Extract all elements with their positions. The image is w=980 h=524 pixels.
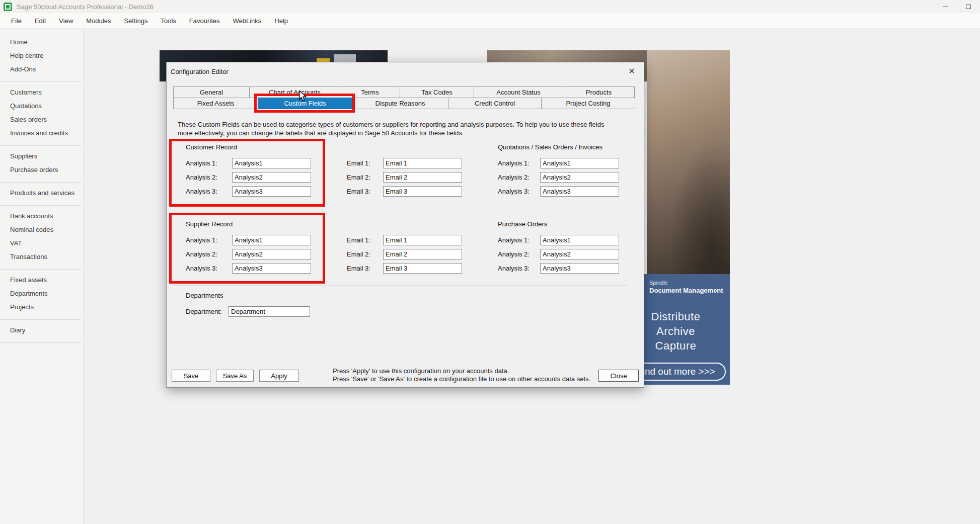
supplier-analysis-1-input[interactable] [232,235,311,245]
menu-help[interactable]: Help [268,13,294,28]
quotations-group: Quotations / Sales Orders / Invoices Ana… [498,143,619,200]
sidebar-group: Suppliers Purchase orders [0,146,81,183]
field-row: Email 3: [347,186,462,197]
tab-terms[interactable]: Terms [340,86,400,98]
tab-custom-fields[interactable]: Custom Fields [258,98,352,109]
minimize-button[interactable] [942,3,949,10]
sidebar-item-quotations[interactable]: Quotations [0,99,81,113]
tab-tax-codes[interactable]: Tax Codes [400,86,474,98]
purchase-analysis-2-input[interactable] [540,249,619,259]
tab-products[interactable]: Products [563,86,635,98]
tab-chart-of-accounts[interactable]: Chart of Accounts [249,86,340,98]
purchase-analysis-3-input[interactable] [540,263,619,274]
menu-settings[interactable]: Settings [117,13,154,28]
field-label: Analysis 2: [498,173,540,181]
apply-button[interactable]: Apply [259,370,299,382]
supplier-email-1-input[interactable] [383,235,462,245]
sidebar-item-departments[interactable]: Departments [0,287,81,300]
app-window: Sage 50cloud Accounts Professional - Dem… [0,0,980,524]
customer-analysis-1-input[interactable] [232,158,311,168]
sidebar-item-add-ons[interactable]: Add-Ons [0,62,81,76]
supplier-analysis-2-input[interactable] [232,249,311,259]
promo-photo [647,50,730,274]
sidebar-item-bank-accounts[interactable]: Bank accounts [0,209,81,223]
minimize-icon [943,7,948,7]
purchase-analysis-1-input[interactable] [540,235,619,245]
sidebar-item-sales-orders[interactable]: Sales orders [0,113,81,126]
tab-dispute-reasons[interactable]: Dispute Reasons [352,98,448,109]
field-label: Email 1: [347,236,383,244]
customer-email-3-input[interactable] [383,186,462,197]
customer-email-1-input[interactable] [383,158,462,168]
tab-general[interactable]: General [173,86,250,98]
sidebar-item-suppliers[interactable]: Suppliers [0,149,81,163]
sidebar-item-customers[interactable]: Customers [0,85,81,99]
sidebar-item-home[interactable]: Home [0,35,81,49]
field-row: Email 1: [347,158,462,168]
sidebar-item-vat[interactable]: VAT [0,236,81,250]
tab-fixed-assets[interactable]: Fixed Assets [173,98,258,109]
menu-edit[interactable]: Edit [28,13,52,28]
footer-line-2: Press 'Save' or 'Save As' to create a co… [333,375,594,383]
menu-modules[interactable]: Modules [80,13,117,28]
menu-file[interactable]: File [5,13,28,28]
sidebar-group: Diary [0,320,81,343]
customer-record-group: Customer Record Analysis 1: Analysis 2: … [186,143,311,200]
supplier-email-3-input[interactable] [383,263,462,274]
field-row: Email 2: [347,249,462,259]
supplier-email-2-input[interactable] [383,249,462,259]
departments-group: Departments Department: [186,292,310,320]
field-row: Analysis 2: [498,249,619,259]
save-button[interactable]: Save [172,370,210,382]
dialog-close-icon[interactable]: ✕ [625,65,639,78]
maximize-button[interactable] [965,3,972,10]
field-row: Email 3: [347,263,462,274]
custom-fields-description: These Custom Fields can be used to categ… [178,120,617,137]
app-icon-glyph [5,4,11,10]
footer-instructions: Press 'Apply' to use this configuration … [333,367,594,383]
promo-product-title: Document Management [649,287,723,294]
sidebar-item-purchase-orders[interactable]: Purchase orders [0,163,81,177]
dialog-title: Configuration Editor [171,68,229,75]
sidebar-item-products-and-services[interactable]: Products and services [0,186,81,200]
field-label: Analysis 1: [186,159,232,167]
tab-account-status[interactable]: Account Status [474,86,563,98]
tab-project-costing[interactable]: Project Costing [541,98,635,109]
quotations-analysis-1-input[interactable] [540,158,619,168]
customer-analysis-3-input[interactable] [232,186,311,197]
menu-weblinks[interactable]: WebLinks [227,13,268,28]
sidebar-item-transactions[interactable]: Transactions [0,250,81,264]
field-row: Analysis 3: [186,186,311,197]
customer-analysis-2-input[interactable] [232,172,311,183]
configuration-editor-dialog: Configuration Editor ✕ General Chart of … [166,62,644,388]
navigation-sidebar: Home Help centre Add-Ons Customers Quota… [0,29,84,524]
sidebar-item-diary[interactable]: Diary [0,323,81,337]
supplier-analysis-3-input[interactable] [232,263,311,274]
menu-view[interactable]: View [52,13,80,28]
field-row: Analysis 2: [498,172,619,183]
tab-strip: General Chart of Accounts Terms Tax Code… [173,86,637,109]
field-row: Department: [186,306,310,317]
group-title-supplier-record: Supplier Record [186,220,311,228]
close-button[interactable]: Close [598,370,639,382]
quotations-analysis-3-input[interactable] [540,186,619,197]
menu-favourites[interactable]: Favourites [183,13,227,28]
menu-tools[interactable]: Tools [154,13,182,28]
purchase-orders-group: Purchase Orders Analysis 1: Analysis 2: … [498,220,619,277]
section-separator [174,286,627,286]
sidebar-item-fixed-assets[interactable]: Fixed assets [0,273,81,287]
promo-brand: Spindle [649,280,668,286]
sidebar-item-projects[interactable]: Projects [0,300,81,314]
tab-credit-control[interactable]: Credit Control [448,98,542,109]
sidebar-item-help-centre[interactable]: Help centre [0,49,81,62]
sidebar-item-invoices-and-credits[interactable]: Invoices and credits [0,126,81,140]
group-title-customer-record: Customer Record [186,143,311,151]
quotations-analysis-2-input[interactable] [540,172,619,183]
sidebar-item-nominal-codes[interactable]: Nominal codes [0,223,81,236]
footer-line-1: Press 'Apply' to use this configuration … [333,367,594,375]
customer-email-2-input[interactable] [383,172,462,183]
department-input[interactable] [229,306,310,317]
field-row: Analysis 1: [186,235,311,245]
group-title-purchase-orders: Purchase Orders [498,220,619,228]
save-as-button[interactable]: Save As [216,370,254,382]
